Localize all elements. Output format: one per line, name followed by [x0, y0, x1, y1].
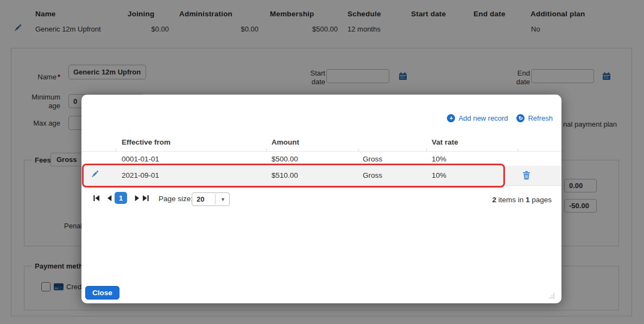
modal-toolbar: + Add new record ↻ Refresh	[447, 114, 553, 122]
modal-col-effective-from: Effective from	[122, 138, 171, 146]
price-row[interactable]: 0001-01-01 $500.00 Gross 10%	[81, 151, 561, 166]
effective-from-cell: 2021-09-01	[122, 171, 159, 179]
add-new-record-link[interactable]: + Add new record	[447, 114, 508, 122]
amount-type-cell: Gross	[363, 155, 382, 163]
modal-col-vat-rate: Vat rate	[432, 138, 458, 146]
delete-price-trash-icon[interactable]	[522, 171, 531, 180]
chevron-down-icon: ▼	[220, 197, 225, 202]
refresh-link[interactable]: ↻ Refresh	[516, 114, 553, 122]
vat-rate-cell: 10%	[432, 155, 446, 163]
edit-price-pencil-icon[interactable]	[91, 170, 99, 178]
pagination-prev-button[interactable]	[106, 195, 113, 202]
amount-cell: $500.00	[272, 155, 298, 163]
close-button[interactable]: Close	[85, 286, 119, 300]
effective-from-cell: 0001-01-01	[122, 155, 159, 163]
pagination-first-button[interactable]	[93, 195, 100, 202]
page-size-label: Page size:	[159, 195, 193, 203]
refresh-icon: ↻	[516, 114, 525, 122]
prices-modal: + Add new record ↻ Refresh Effective fro…	[81, 95, 561, 303]
pagination-page-1-button[interactable]: 1	[115, 192, 127, 204]
amount-cell: $510.00	[272, 171, 298, 179]
modal-col-amount: Amount	[272, 138, 299, 146]
pagination-last-button[interactable]	[142, 195, 150, 202]
pagination-next-button[interactable]	[134, 195, 141, 202]
resize-handle[interactable]	[549, 293, 555, 299]
dropdown-divider	[215, 194, 216, 204]
page-size-dropdown[interactable]: 20 ▼	[192, 192, 230, 206]
amount-type-cell: Gross	[363, 171, 382, 179]
page-size-value: 20	[197, 195, 204, 203]
vat-rate-cell: 10%	[432, 171, 446, 179]
add-icon: +	[447, 114, 455, 122]
price-row-selected[interactable]: 2021-09-01 $510.00 Gross 10%	[81, 166, 561, 186]
items-summary: 2 items in 1 pages	[492, 196, 552, 204]
